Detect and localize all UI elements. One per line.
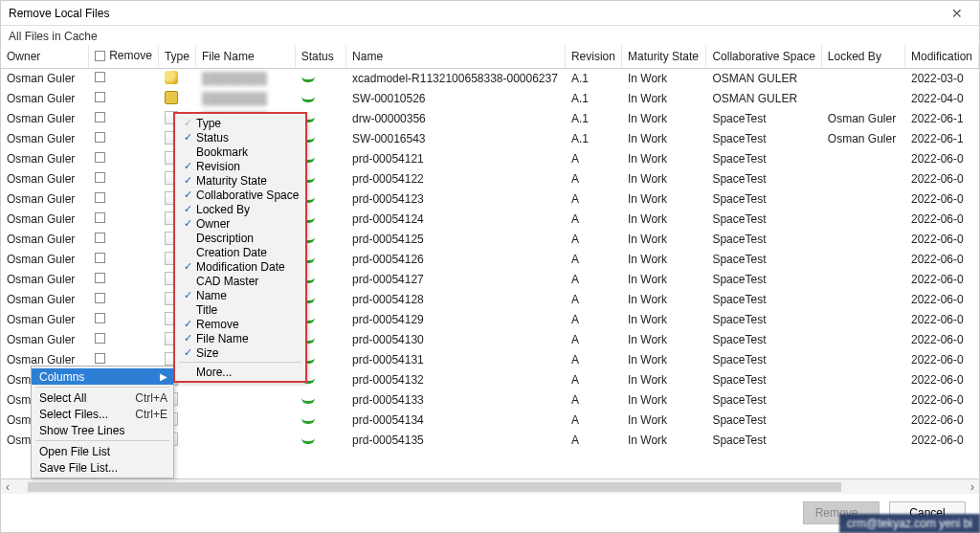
cell-remove[interactable] bbox=[89, 330, 159, 350]
scroll-left-icon[interactable]: ‹ bbox=[1, 480, 14, 494]
scroll-right-icon[interactable]: › bbox=[966, 480, 979, 494]
scrollbar-thumb[interactable] bbox=[28, 482, 841, 492]
col-remove[interactable]: Remove bbox=[89, 45, 159, 68]
submenu-item[interactable]: Collaborative Space bbox=[175, 188, 305, 202]
menu-save-file-list[interactable]: Save File List... bbox=[32, 459, 173, 476]
cell-maturity: In Work bbox=[621, 411, 705, 431]
cell-remove[interactable] bbox=[89, 310, 159, 330]
col-maturity[interactable]: Maturity State bbox=[621, 45, 705, 68]
submenu-item[interactable]: Locked By bbox=[175, 202, 305, 216]
col-type[interactable]: Type bbox=[158, 45, 195, 68]
row-checkbox[interactable] bbox=[95, 72, 105, 82]
columns-submenu[interactable]: TypeStatusBookmarkRevisionMaturity State… bbox=[173, 112, 307, 383]
submenu-item[interactable]: Owner bbox=[175, 216, 305, 231]
cell-remove[interactable] bbox=[89, 250, 159, 270]
row-checkbox[interactable] bbox=[95, 253, 105, 263]
cell-owner: Osman Guler bbox=[1, 129, 89, 149]
row-checkbox[interactable] bbox=[95, 293, 105, 303]
cell-moddate: 2022-06-0 bbox=[904, 330, 978, 350]
col-name[interactable]: Name bbox=[346, 45, 566, 68]
row-checkbox[interactable] bbox=[95, 192, 105, 203]
submenu-label: CAD Master bbox=[196, 275, 258, 288]
status-ok-icon bbox=[301, 77, 315, 82]
row-checkbox[interactable] bbox=[95, 112, 105, 122]
cell-remove[interactable] bbox=[89, 270, 159, 290]
submenu-label: Collaborative Space bbox=[196, 189, 299, 202]
submenu-item[interactable]: Title bbox=[175, 302, 305, 317]
row-checkbox[interactable] bbox=[95, 313, 105, 323]
row-checkbox[interactable] bbox=[95, 172, 105, 183]
submenu-item[interactable]: Remove bbox=[175, 317, 305, 331]
col-moddate[interactable]: Modification bbox=[904, 45, 978, 68]
table-row[interactable]: Osman Gulerprd-00054130AIn WorkSpaceTest… bbox=[1, 330, 979, 350]
cell-remove[interactable] bbox=[89, 290, 159, 310]
context-menu[interactable]: Columns ▶ Select All Ctrl+A Select Files… bbox=[31, 366, 174, 478]
submenu-item[interactable]: Bookmark bbox=[175, 144, 305, 159]
col-locked[interactable]: Locked By bbox=[821, 45, 904, 68]
col-filename[interactable]: File Name bbox=[195, 45, 295, 68]
col-status[interactable]: Status bbox=[295, 45, 345, 68]
cell-remove[interactable] bbox=[89, 109, 159, 129]
submenu-item[interactable]: Name bbox=[175, 288, 305, 302]
col-collab[interactable]: Collaborative Space bbox=[706, 45, 821, 68]
remove-header-checkbox[interactable] bbox=[95, 51, 105, 61]
table-row[interactable]: Osman Guler████████xcadmodel-R1132100658… bbox=[1, 68, 979, 89]
menu-open-file-list[interactable]: Open File List bbox=[32, 443, 173, 459]
submenu-more[interactable]: More... bbox=[175, 365, 305, 379]
row-checkbox[interactable] bbox=[95, 353, 105, 364]
table-row[interactable]: Osman Gulerprd-00054129AIn WorkSpaceTest… bbox=[1, 310, 979, 330]
submenu-item[interactable]: Maturity State bbox=[175, 173, 305, 188]
cell-remove[interactable] bbox=[89, 210, 159, 230]
cell-locked bbox=[821, 310, 904, 330]
menu-select-files[interactable]: Select Files... Ctrl+E bbox=[32, 406, 173, 422]
table-row[interactable]: Osman Gulerprd-00054126AIn WorkSpaceTest… bbox=[1, 250, 979, 270]
row-checkbox[interactable] bbox=[95, 273, 105, 283]
horizontal-scrollbar[interactable]: ‹ › bbox=[1, 478, 979, 494]
table-row[interactable]: Osman Gulerprd-00054128AIn WorkSpaceTest… bbox=[1, 290, 979, 310]
table-row[interactable]: Osman Guler████████SW-00010526A.1In Work… bbox=[1, 89, 979, 109]
cell-remove[interactable] bbox=[89, 169, 159, 189]
table-row[interactable]: Osman Gulerprd-00054123AIn WorkSpaceTest… bbox=[1, 189, 979, 210]
submenu-item[interactable]: Creation Date bbox=[175, 245, 305, 259]
submenu-item[interactable]: CAD Master bbox=[175, 274, 305, 288]
table-row[interactable]: Osman GulerSW-00016543A.1In WorkSpaceTes… bbox=[1, 129, 979, 149]
cell-remove[interactable] bbox=[89, 189, 159, 210]
cell-maturity: In Work bbox=[621, 89, 705, 109]
menu-select-all[interactable]: Select All Ctrl+A bbox=[32, 389, 173, 406]
close-icon[interactable]: ✕ bbox=[943, 6, 971, 21]
row-checkbox[interactable] bbox=[95, 132, 105, 143]
cell-owner: Osman Guler bbox=[1, 189, 89, 210]
col-revision[interactable]: Revision bbox=[565, 45, 621, 68]
cell-remove[interactable] bbox=[89, 68, 159, 89]
col-owner[interactable]: Owner bbox=[1, 45, 89, 68]
cell-collab: OSMAN GULER bbox=[706, 68, 821, 89]
table-row[interactable]: Osman Guler████████drw-00000356A.1In Wor… bbox=[1, 109, 979, 129]
submenu-item[interactable]: Size bbox=[175, 345, 305, 360]
cell-moddate: 2022-06-0 bbox=[904, 149, 978, 169]
row-checkbox[interactable] bbox=[95, 92, 105, 102]
submenu-item[interactable]: Type bbox=[175, 116, 305, 130]
menu-show-tree-lines[interactable]: Show Tree Lines bbox=[32, 422, 173, 438]
table-row[interactable]: Osman Gulerprd-00054121AIn WorkSpaceTest… bbox=[1, 149, 979, 169]
row-checkbox[interactable] bbox=[95, 233, 105, 243]
submenu-item[interactable]: File Name bbox=[175, 331, 305, 345]
cell-remove[interactable] bbox=[89, 89, 159, 109]
row-checkbox[interactable] bbox=[95, 212, 105, 223]
cell-revision: A bbox=[565, 370, 621, 390]
scrollbar-track[interactable] bbox=[28, 482, 952, 492]
cell-type bbox=[158, 68, 195, 89]
cell-remove[interactable] bbox=[89, 149, 159, 169]
menu-columns[interactable]: Columns ▶ bbox=[32, 368, 173, 385]
table-row[interactable]: Osman Gulerprd-00054124AIn WorkSpaceTest… bbox=[1, 210, 979, 230]
submenu-item[interactable]: Revision bbox=[175, 159, 305, 173]
table-row[interactable]: Osman Gulerprd-00054125AIn WorkSpaceTest… bbox=[1, 230, 979, 250]
row-checkbox[interactable] bbox=[95, 333, 105, 344]
cell-remove[interactable] bbox=[89, 129, 159, 149]
table-row[interactable]: Osman Gulerprd-00054122AIn WorkSpaceTest… bbox=[1, 169, 979, 189]
table-row[interactable]: Osman Gulerprd-00054127AIn WorkSpaceTest… bbox=[1, 270, 979, 290]
submenu-item[interactable]: Modification Date bbox=[175, 259, 305, 274]
submenu-item[interactable]: Description bbox=[175, 231, 305, 245]
row-checkbox[interactable] bbox=[95, 152, 105, 163]
submenu-item[interactable]: Status bbox=[175, 130, 305, 144]
cell-remove[interactable] bbox=[89, 230, 159, 250]
